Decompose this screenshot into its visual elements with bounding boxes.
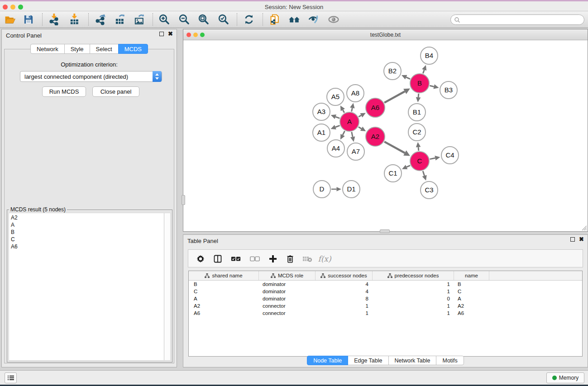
zoom-selected-icon[interactable]	[218, 14, 229, 25]
refresh-view-icon[interactable]	[243, 14, 255, 25]
run-mcds-button[interactable]: Run MCDS	[42, 86, 86, 97]
graph-edge-B-B4[interactable]	[423, 70, 424, 73]
table-header-row: shared nameMCDS rolesuccessor nodesprede…	[189, 271, 582, 281]
export-table-icon[interactable]	[114, 14, 126, 25]
table-cell: A	[189, 295, 259, 302]
hide-selected-icon[interactable]	[308, 14, 320, 25]
toolbar-separator	[42, 13, 43, 26]
mcds-result-item[interactable]: C	[11, 236, 170, 243]
graph-edge-C-C1[interactable]	[406, 166, 410, 167]
graph-edge-B-B2[interactable]	[406, 77, 410, 79]
deselect-all-rows-icon[interactable]	[250, 254, 260, 264]
graph-edge-A-A8[interactable]	[352, 108, 353, 112]
graph-edge-A-A6[interactable]	[359, 115, 361, 117]
table-row[interactable]: A6connector11A6	[189, 310, 582, 317]
select-all-rows-icon[interactable]	[231, 254, 241, 264]
graph-node-label: C	[417, 157, 422, 165]
table-row[interactable]: A2connector11A2	[189, 302, 582, 310]
hierarchy-icon	[205, 273, 210, 278]
toggle-columns-icon[interactable]	[213, 254, 223, 264]
graph-edge-B-B3[interactable]	[430, 86, 434, 86]
graph-edge-A-A4[interactable]	[343, 131, 345, 135]
memory-button[interactable]: Memory	[546, 372, 584, 383]
save-session-icon[interactable]	[23, 14, 34, 25]
splitter-handle-horizontal[interactable]	[380, 229, 390, 233]
table-row[interactable]: Bdominator41B	[189, 281, 582, 288]
show-all-icon[interactable]	[328, 14, 339, 25]
splitter-handle-vertical[interactable]	[182, 195, 185, 205]
network-window-titlebar[interactable]: testGlobe.txt	[183, 29, 588, 40]
graph-edge-A-A2[interactable]	[359, 127, 362, 129]
table-cell: dominator	[259, 288, 316, 295]
function-builder-icon[interactable]: f(x)	[320, 254, 330, 264]
tab-edge-table[interactable]: Edge Table	[348, 356, 388, 365]
table-row[interactable]: Adominator80A	[189, 295, 582, 302]
search-input[interactable]	[462, 15, 579, 24]
network-canvas[interactable]: B4B2BB3A8A5A6A3B1AA1C2A2A4A7C4CC1C3DD1	[183, 40, 588, 231]
graph-edge-A-A5[interactable]	[343, 110, 344, 113]
tab-select[interactable]: Select	[90, 44, 119, 54]
table-body: Bdominator41BCdominator41CAdominator80AA…	[189, 281, 582, 317]
close-panel-icon[interactable]: ✖	[168, 32, 173, 36]
graph-edge-B-B1[interactable]	[418, 94, 419, 97]
mcds-result-item[interactable]: A2	[11, 214, 170, 221]
graph-edge-arrowhead	[422, 65, 426, 71]
column-header-shared-name[interactable]: shared name	[189, 271, 259, 280]
mcds-result-item[interactable]: A	[11, 221, 170, 229]
tab-motifs[interactable]: Motifs	[436, 356, 464, 365]
toolbar-separator	[263, 13, 263, 26]
task-history-button[interactable]	[5, 372, 17, 383]
hierarchy-icon	[320, 273, 325, 278]
graph-edge-C-C2[interactable]	[418, 147, 419, 151]
column-header-name[interactable]: name	[454, 271, 489, 280]
clone-network-icon[interactable]	[269, 14, 281, 25]
toolbar-separator	[153, 13, 153, 26]
delete-table-icon[interactable]	[302, 254, 312, 264]
mcds-list-scrollbar[interactable]	[164, 213, 170, 360]
tab-mcds[interactable]: MCDS	[118, 44, 148, 54]
graph-node-label: A6	[371, 104, 379, 111]
criterion-select[interactable]: largest connected component (directed)	[20, 71, 162, 82]
table-settings-gear-icon[interactable]	[196, 254, 206, 264]
export-network-icon[interactable]	[95, 14, 106, 25]
column-header-MCDS-role[interactable]: MCDS role	[259, 271, 316, 280]
column-header-successor-nodes[interactable]: successor nodes	[316, 271, 373, 280]
mcds-result-list[interactable]: A2ABCA6	[9, 213, 171, 361]
graph-edge-A-A3[interactable]	[335, 117, 339, 118]
search-field[interactable]	[450, 14, 584, 25]
float-panel-icon[interactable]	[570, 237, 575, 242]
graph-edge-A-A7[interactable]	[352, 132, 353, 137]
mcds-result-item[interactable]: A6	[11, 243, 170, 250]
mcds-result-item[interactable]: B	[11, 229, 170, 236]
float-panel-icon[interactable]	[159, 32, 164, 36]
create-column-plus-icon[interactable]	[268, 254, 278, 264]
node-table: shared nameMCDS rolesuccessor nodesprede…	[188, 271, 583, 357]
close-panel-button[interactable]: Close panel	[92, 86, 139, 97]
import-network-icon[interactable]	[48, 14, 60, 25]
window-resize-grip[interactable]	[581, 224, 587, 231]
delete-column-trash-icon[interactable]	[285, 254, 295, 264]
tab-style[interactable]: Style	[64, 44, 90, 54]
first-neighbors-icon[interactable]	[288, 14, 300, 25]
tab-network-table[interactable]: Network Table	[388, 356, 437, 365]
tab-network[interactable]: Network	[30, 44, 65, 54]
close-panel-icon[interactable]: ✖	[579, 237, 584, 242]
zoom-fit-icon[interactable]	[198, 14, 210, 25]
zoom-out-icon[interactable]	[178, 14, 190, 25]
graph-edge-A-A1[interactable]	[335, 125, 340, 127]
graph-edge-C-C4[interactable]	[430, 158, 435, 159]
tab-node-table[interactable]: Node Table	[307, 356, 348, 365]
table-cell: A2	[189, 302, 259, 310]
import-table-icon[interactable]	[69, 14, 81, 25]
open-session-icon[interactable]	[4, 14, 16, 25]
task-list-icon	[8, 375, 14, 381]
graph-edge-C-C3[interactable]	[423, 171, 424, 176]
zoom-in-icon[interactable]	[158, 14, 170, 25]
graph-edge-A2-C[interactable]	[384, 142, 405, 153]
table-row[interactable]: Cdominator41C	[189, 288, 582, 295]
table-cell: 1	[373, 302, 454, 310]
graph-edge-A6-B[interactable]	[384, 91, 405, 103]
column-header-predecessor-nodes[interactable]: predecessor nodes	[373, 271, 454, 280]
export-image-icon[interactable]	[134, 14, 145, 25]
mcds-result-group: MCDS result (5 nodes) A2ABCA6	[7, 206, 172, 362]
